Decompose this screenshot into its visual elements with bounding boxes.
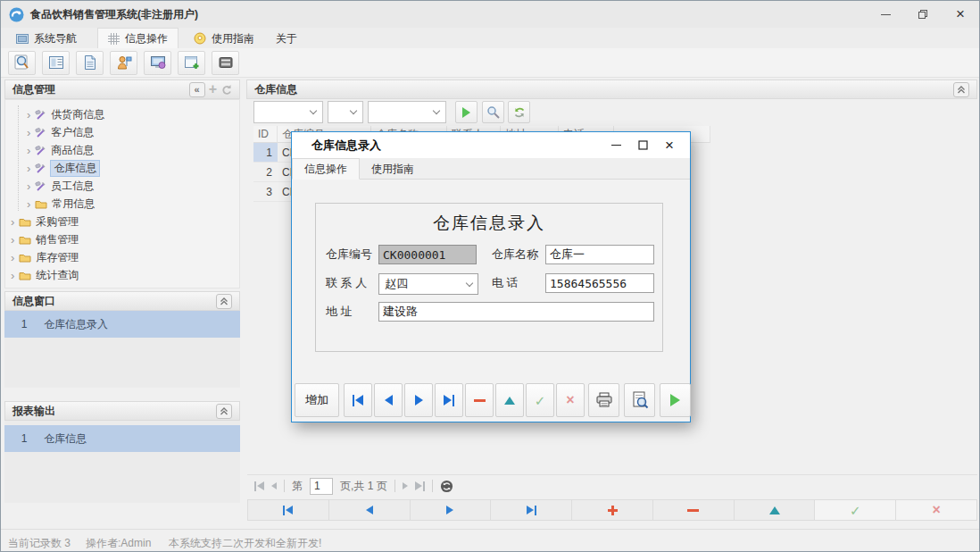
chevron-up-icon [220, 407, 228, 415]
datalist-button[interactable] [42, 51, 70, 75]
post-record-button[interactable]: ✓ [526, 383, 554, 417]
tree-item-employee-info[interactable]: › 员工信息 [27, 177, 250, 195]
separator [432, 480, 433, 492]
list-item-warehouse-report[interactable]: 1 仓库信息 [4, 425, 240, 452]
execute-button[interactable] [660, 383, 691, 417]
contact-value: 赵四 [385, 276, 408, 292]
warehouse-code-field[interactable] [378, 245, 477, 264]
nav-prev-button[interactable] [329, 500, 411, 520]
dialog-tab-info-operation[interactable]: 信息操作 [292, 158, 360, 180]
nav-edit-button[interactable] [735, 500, 816, 520]
restore-button[interactable] [904, 1, 942, 28]
add-icon[interactable]: + [209, 82, 217, 96]
nav-next-button[interactable] [411, 500, 492, 520]
filter-combo-2[interactable] [328, 101, 363, 123]
nav-first-button[interactable] [248, 500, 329, 520]
next-page-button[interactable] [403, 482, 408, 489]
dialog-tab-user-guide[interactable]: 使用指南 [360, 158, 426, 180]
collapse-main-panel-button[interactable] [953, 82, 969, 97]
minimize-button[interactable] [867, 1, 904, 28]
document-button[interactable] [76, 51, 104, 75]
column-header-id[interactable]: ID [253, 126, 278, 143]
cell-id-selected: 1 [253, 143, 278, 163]
search-icon [13, 54, 31, 71]
chevron-down-icon [350, 107, 357, 114]
print-preview-button[interactable] [624, 383, 655, 417]
cell-id: 2 [253, 163, 278, 182]
search-button[interactable] [8, 51, 36, 75]
tree-item-label: 销售管理 [36, 232, 79, 247]
prev-icon [385, 395, 393, 406]
tree-item-product-info[interactable]: › 商品信息 [27, 141, 250, 159]
phone-field[interactable] [545, 273, 654, 293]
tab-label: 使用指南 [371, 162, 414, 177]
refresh-icon[interactable] [220, 84, 232, 96]
tree-item-supplier-info[interactable]: › 供货商信息 [27, 105, 250, 123]
tree-item-purchase-mgmt[interactable]: › 采购管理 [11, 213, 234, 230]
record-last-button[interactable] [435, 383, 463, 417]
guide-icon [194, 32, 206, 45]
last-page-button[interactable] [415, 481, 425, 491]
filter-find-button[interactable] [482, 101, 504, 123]
nav-post-button[interactable]: ✓ [815, 500, 896, 520]
contact-combo[interactable]: 赵四 [378, 273, 478, 295]
x-icon: × [932, 503, 940, 517]
nav-add-button[interactable] [572, 500, 653, 520]
tree-item-label: 库存管理 [36, 250, 79, 265]
print-button[interactable] [588, 383, 619, 417]
edit-record-button[interactable] [495, 383, 524, 417]
nav-cancel-button[interactable]: × [896, 500, 976, 520]
next-icon [446, 506, 453, 514]
minus-icon [687, 509, 699, 512]
collapse-sidebar-button[interactable]: « [189, 82, 205, 97]
tree-item-inventory-mgmt[interactable]: › 库存管理 [11, 248, 234, 266]
nav-last-button[interactable] [491, 500, 572, 520]
cancel-record-button[interactable]: × [556, 383, 585, 417]
record-next-button[interactable] [404, 383, 433, 417]
record-count-text: 当前记录数 3 [8, 536, 71, 551]
nav-delete-button[interactable] [653, 500, 735, 520]
dialog-maximize-button[interactable] [629, 132, 656, 158]
tree-item-common-info[interactable]: › 常用信息 [27, 195, 250, 213]
chevron-right-icon: › [11, 270, 14, 281]
close-button[interactable]: × [942, 1, 979, 28]
monitor-button[interactable] [144, 51, 171, 75]
page-total-label: 页,共 1 页 [340, 479, 387, 494]
tab-system-nav[interactable]: 系统导航 [6, 29, 87, 48]
tab-user-guide[interactable]: 使用指南 [184, 29, 264, 48]
reload-button[interactable] [440, 480, 453, 493]
filter-combo-1[interactable] [253, 101, 323, 123]
chevron-right-icon: › [27, 180, 30, 192]
add-record-button[interactable]: 增加 [295, 383, 339, 417]
user-button[interactable] [110, 51, 137, 75]
record-first-button[interactable] [344, 383, 372, 417]
tree-item-warehouse-info[interactable]: › 仓库信息 [27, 159, 250, 177]
tab-info-operation[interactable]: 信息操作 [97, 28, 179, 48]
first-page-button[interactable] [254, 481, 264, 491]
record-prev-button[interactable] [374, 383, 403, 417]
dialog-close-button[interactable]: × [656, 132, 683, 158]
panel-title: 信息窗口 [12, 294, 55, 309]
add-window-button[interactable] [178, 51, 205, 75]
list-item-warehouse-entry[interactable]: 1 仓库信息录入 [4, 311, 240, 338]
warehouse-name-field[interactable] [545, 245, 654, 264]
collapse-panel-button[interactable] [216, 404, 232, 419]
filter-refresh-button[interactable] [508, 101, 530, 123]
print-preview-icon [631, 391, 649, 409]
filter-combo-3[interactable] [368, 101, 446, 123]
archive-button[interactable] [212, 51, 239, 75]
prev-page-button[interactable] [271, 482, 277, 489]
delete-record-button[interactable] [465, 383, 494, 417]
filter-run-button[interactable] [455, 101, 478, 123]
address-field[interactable] [378, 302, 654, 322]
dialog-minimize-button[interactable] [602, 132, 629, 158]
folder-icon [35, 199, 47, 209]
collapse-panel-button[interactable] [216, 294, 232, 309]
page-input[interactable] [310, 478, 333, 495]
tree-item-customer-info[interactable]: › 客户信息 [27, 123, 250, 141]
tool-icon [35, 163, 46, 174]
tree-item-statistics-query[interactable]: › 统计查询 [11, 266, 234, 284]
menu-bar: 系统导航 信息操作 使用指南 关于 [1, 28, 979, 48]
tab-about[interactable]: 关于 [266, 29, 307, 48]
tree-item-sales-mgmt[interactable]: › 销售管理 [11, 230, 234, 248]
